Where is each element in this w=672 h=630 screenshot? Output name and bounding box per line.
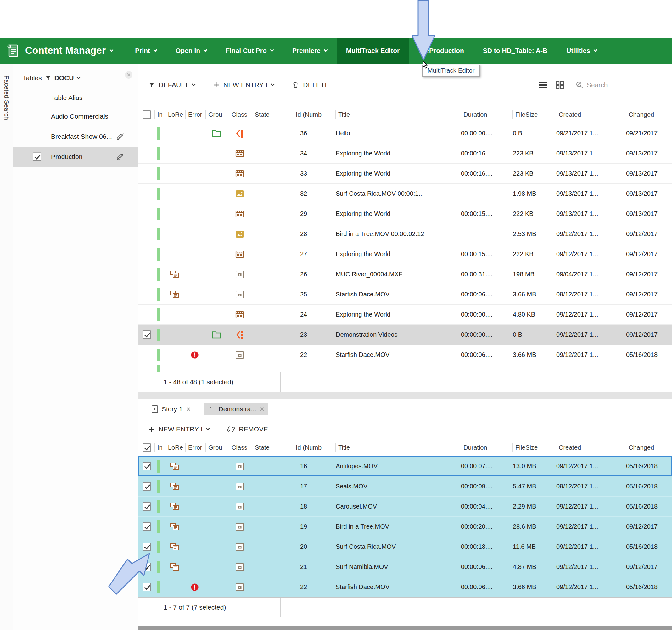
row-checkbox[interactable]	[143, 330, 151, 339]
select-all-cell	[139, 439, 155, 456]
column-header-state[interactable]: State	[252, 439, 293, 456]
list-view-icon[interactable]	[538, 81, 548, 89]
table-row[interactable]: 16 Antilopes.MOV 00:00:07.... 13.0 MB 09…	[139, 456, 672, 476]
horizontal-scrollbar[interactable]	[139, 626, 672, 630]
table-row[interactable]: 22 Starfish Dace.MOV 00:00:06.... 3.66 M…	[139, 345, 672, 365]
cell-filesize: 0 B	[513, 325, 556, 345]
new-entry-button[interactable]: NEW ENTRY I	[148, 425, 209, 433]
table-row[interactable]: 36 Hello 00:00:00.... 0 B 09/21/2017 1..…	[139, 123, 672, 143]
tables-filter-value[interactable]: DOCU	[54, 74, 74, 82]
top-whitespace	[0, 0, 672, 38]
table-alias-header[interactable]: Table Alias	[13, 89, 138, 107]
table-row[interactable]: 24 Exploring the World 00:00:00.... 4.80…	[139, 305, 672, 325]
column-header-class[interactable]: Class	[229, 439, 252, 456]
panel-splitter[interactable]	[139, 392, 672, 399]
remove-button[interactable]: REMOVE	[227, 425, 268, 433]
sidebar-item-breakfast-show-06[interactable]: Breakfast Show 06...	[13, 126, 138, 147]
search-input[interactable]	[587, 81, 663, 89]
column-header-in[interactable]: In	[155, 107, 166, 123]
column-header-error[interactable]: Error	[186, 439, 206, 456]
column-header-class[interactable]: Class	[229, 107, 252, 123]
row-checkbox[interactable]	[143, 502, 151, 511]
close-tab-icon[interactable]	[260, 406, 265, 412]
grid-view-icon[interactable]	[556, 81, 565, 89]
column-header-id-numb[interactable]: Id (Numb	[293, 107, 336, 123]
row-checkbox[interactable]	[143, 542, 151, 551]
table-row[interactable]: 32 Surf Costa Rica.MOV 00:00:1... 1.98 M…	[139, 184, 672, 204]
column-header-error[interactable]: Error	[186, 107, 206, 123]
sidebar-item-audio-commercials[interactable]: Audio Commercials	[13, 107, 138, 126]
table-row[interactable]: 23 Demonstration Videos 00:00:00.... 0 B…	[139, 325, 672, 345]
menu-item-sd-to-hd-table-a-b[interactable]: SD to HD_Table: A-B	[474, 38, 557, 64]
column-header-id-numb[interactable]: Id (Numb	[293, 439, 336, 456]
column-header-changed[interactable]: Changed	[626, 439, 672, 456]
column-header-state[interactable]: State	[252, 107, 293, 123]
table-row[interactable]: 33 Exploring the World 00:00:16.... 223 …	[139, 164, 672, 184]
select-all-checkbox[interactable]	[143, 443, 151, 452]
select-all-checkbox[interactable]	[143, 111, 151, 119]
row-checkbox[interactable]	[143, 482, 151, 491]
row-checkbox[interactable]	[143, 462, 151, 470]
edit-pen-icon[interactable]	[116, 133, 124, 141]
column-header-duration[interactable]: Duration	[461, 439, 513, 456]
upper-pagination-text: 1 - 48 of 48 (1 selected)	[164, 378, 234, 386]
story-icon	[151, 405, 159, 413]
table-row[interactable]: 29 Exploring the World 00:00:15.... 222 …	[139, 204, 672, 224]
table-row[interactable]: 17 Seals.MOV 00:00:09.... 5.47 MB 09/12/…	[139, 476, 672, 496]
column-header-title[interactable]: Title	[336, 107, 461, 123]
row-checkbox[interactable]	[143, 522, 151, 531]
cell-duration: 00:00:07....	[461, 456, 513, 476]
column-header-created[interactable]: Created	[556, 439, 626, 456]
table-row[interactable]: 26 MUC River_00004.MXF 00:00:31.... 198 …	[139, 264, 672, 284]
column-header-grou[interactable]: Grou	[206, 107, 229, 123]
result-set-tab-demonstra[interactable]: Demonstra...	[203, 403, 268, 415]
menu-item-open-in[interactable]: Open In	[166, 38, 216, 64]
menu-item-multitrack-editor[interactable]: MultiTrack Editor	[337, 38, 409, 64]
table-row[interactable]: 22 Starfish Dace.MOV 00:00:06.... 3.66 M…	[139, 577, 672, 597]
new-entry-button[interactable]: NEW ENTRY I	[213, 81, 274, 89]
cell-id: 27	[293, 244, 336, 264]
folder-icon	[207, 406, 216, 413]
column-header-lore[interactable]: LoRe	[166, 107, 186, 123]
search-box[interactable]	[572, 78, 666, 92]
table-row[interactable]: 25 Starfish Dace.MOV 00:00:06.... 3.66 M…	[139, 284, 672, 305]
column-header-created[interactable]: Created	[556, 107, 626, 123]
app-brand[interactable]: Content Manager	[6, 38, 113, 64]
column-header-lore[interactable]: LoRe	[166, 439, 186, 456]
menu-item-final-cut-pro[interactable]: Final Cut Pro	[216, 38, 283, 64]
result-set-tab-story-1[interactable]: Story 1	[147, 402, 195, 416]
sidebar-item-production[interactable]: Production	[13, 147, 138, 167]
filter-funnel-icon[interactable]	[45, 75, 51, 81]
column-header-filesize[interactable]: FileSize	[513, 107, 556, 123]
delete-button[interactable]: DELETE	[292, 81, 329, 89]
chevron-down-icon[interactable]	[76, 75, 80, 79]
column-header-changed[interactable]: Changed	[626, 107, 672, 123]
column-header-filesize[interactable]: FileSize	[513, 439, 556, 456]
column-header-duration[interactable]: Duration	[461, 107, 513, 123]
table-row[interactable]: 18 Carousel.MOV 00:00:04.... 2.29 MB 09/…	[139, 496, 672, 517]
menu-item-print[interactable]: Print	[125, 38, 166, 64]
cell-duration: 00:00:06....	[461, 284, 513, 304]
table-row[interactable]: 27 Exploring the World 00:00:15.... 222 …	[139, 244, 672, 264]
row-checkbox[interactable]	[143, 583, 151, 591]
cell-created: 09/12/2017 1...	[556, 345, 626, 365]
table-checkbox[interactable]	[33, 153, 41, 161]
row-checkbox[interactable]	[143, 563, 151, 571]
filter-default-button[interactable]: DEFAULT	[148, 81, 195, 89]
edit-pen-icon[interactable]	[116, 153, 124, 161]
table-row[interactable]: 19 Bird in a Tree.MOV 00:00:20.... 28.6 …	[139, 517, 672, 537]
menu-item-premiere[interactable]: Premiere	[283, 38, 337, 64]
close-sidebar-icon[interactable]	[124, 70, 133, 79]
column-header-title[interactable]: Title	[336, 439, 461, 456]
faceted-search-strip[interactable]: Faceted Search	[0, 64, 13, 630]
column-header-grou[interactable]: Grou	[206, 439, 229, 456]
column-header-in[interactable]: In	[155, 439, 166, 456]
menu-item-utilities[interactable]: Utilities	[557, 38, 606, 64]
cell-title: Antilopes.MOV	[336, 456, 461, 476]
table-row[interactable]: 34 Exploring the World 00:00:16.... 223 …	[139, 143, 672, 164]
table-row[interactable]: 20 Surf Costa Rica.MOV 00:00:18.... 11.6…	[139, 537, 672, 557]
table-row[interactable]: 21 Surf Namibia.MOV 00:00:06.... 4.87 MB…	[139, 557, 672, 577]
close-tab-icon[interactable]	[186, 406, 191, 412]
table-row[interactable]: 28 Bird in a Tree.MOV 00:00:02:12 2.53 M…	[139, 224, 672, 244]
menu-item-preproduction[interactable]: PreProduction	[409, 38, 474, 64]
